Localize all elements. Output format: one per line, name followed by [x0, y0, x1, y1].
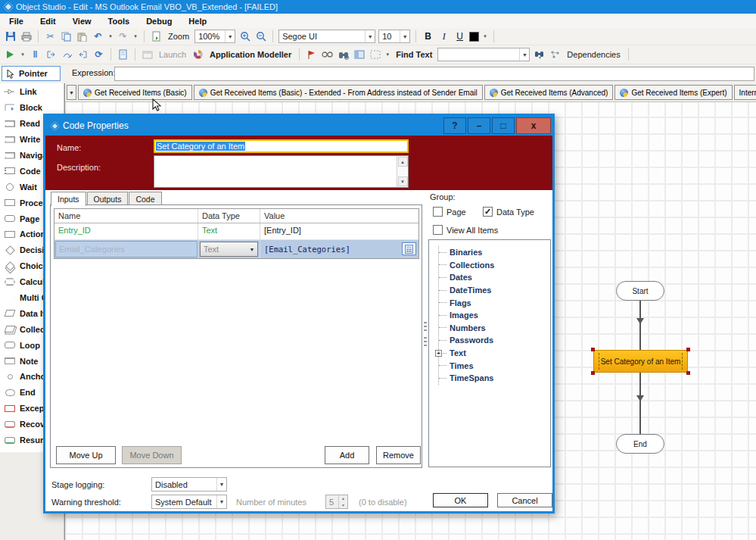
launch-label[interactable]: Launch: [157, 50, 188, 59]
launch-icon[interactable]: [141, 48, 154, 61]
selection-handle[interactable]: [686, 348, 690, 351]
font-color-swatch[interactable]: [469, 32, 479, 42]
tree-item-dates[interactable]: Dates: [439, 271, 550, 284]
reset-icon[interactable]: ⟳: [92, 48, 105, 61]
start-stage[interactable]: Start: [616, 281, 664, 301]
row-name-editbox[interactable]: Email_Categories: [55, 241, 198, 258]
tree-item-passwords[interactable]: Passwords: [439, 334, 550, 347]
scroll-up-icon[interactable]: ▲: [398, 157, 408, 167]
maximize-button[interactable]: □: [492, 117, 515, 134]
table-row[interactable]: Entry_ID Text [Entry_ID]: [54, 223, 418, 240]
description-scrollbar[interactable]: ▲ ▼: [397, 156, 408, 187]
save-icon[interactable]: [4, 30, 17, 43]
menu-help[interactable]: Help: [188, 17, 207, 26]
move-up-button[interactable]: Move Up: [56, 446, 116, 464]
copy-icon[interactable]: [60, 30, 73, 43]
checkbox-data-type[interactable]: ✓ Data Type: [483, 207, 534, 217]
minimize-button[interactable]: –: [468, 117, 490, 134]
menu-tools[interactable]: Tools: [108, 17, 130, 26]
print-icon[interactable]: [20, 30, 33, 43]
scroll-down-icon[interactable]: ▼: [398, 176, 408, 186]
italic-button[interactable]: I: [437, 30, 450, 43]
tab-internal-get-items[interactable]: Internal_Get Items: [734, 85, 756, 100]
edit-page-icon[interactable]: [117, 48, 129, 61]
spinner-up-icon[interactable]: ▲: [339, 495, 347, 502]
zoom-in-icon[interactable]: [238, 30, 251, 43]
font-size-select[interactable]: 10 ▼: [378, 30, 410, 43]
end-stage[interactable]: End: [616, 434, 664, 454]
warning-threshold-select[interactable]: System Default ▼: [151, 495, 227, 509]
expression-input[interactable]: [114, 67, 754, 81]
paste-icon[interactable]: [76, 30, 89, 43]
menu-file[interactable]: File: [9, 17, 23, 26]
remove-button[interactable]: Remove: [376, 446, 421, 464]
undo-icon[interactable]: ↶: [92, 30, 104, 43]
dependencies-icon[interactable]: [549, 48, 562, 61]
pause-icon[interactable]: ‖: [29, 48, 42, 61]
toolbox-item-link[interactable]: Link: [0, 84, 64, 100]
data-type-select[interactable]: Text ▼: [200, 242, 258, 257]
tree-item-timespans[interactable]: TimeSpans: [439, 372, 550, 385]
tree-item-times[interactable]: Times: [439, 359, 550, 372]
selection-handle[interactable]: [591, 371, 595, 375]
watch-glasses-icon[interactable]: [321, 48, 334, 61]
tab-code[interactable]: Code: [129, 192, 161, 205]
export-page-icon[interactable]: [150, 30, 163, 43]
search-binoculars-icon[interactable]: [337, 48, 350, 61]
splitter-handle[interactable]: [424, 337, 427, 346]
tab-get-received-advanced[interactable]: Get Received Items (Advanced): [484, 85, 614, 100]
selection-handle[interactable]: [686, 371, 690, 375]
tree-item-images[interactable]: Images: [439, 309, 550, 322]
menu-edit[interactable]: Edit: [40, 17, 56, 26]
add-button[interactable]: Add: [325, 446, 369, 464]
step-over-icon[interactable]: [61, 48, 73, 61]
tree-item-datetimes[interactable]: DateTimes: [439, 284, 550, 297]
find-next-icon[interactable]: [533, 48, 546, 61]
tree-item-collections[interactable]: Collections: [439, 259, 550, 272]
selection-handle[interactable]: [591, 348, 595, 351]
zoom-out-icon[interactable]: [254, 30, 267, 43]
spinner-down-icon[interactable]: ▼: [339, 502, 347, 509]
col-header-name[interactable]: Name: [54, 209, 198, 223]
font-color-dropdown-icon[interactable]: ▾: [482, 33, 488, 39]
pointer-tool-button[interactable]: Pointer: [2, 66, 61, 81]
cut-icon[interactable]: ✂: [44, 30, 57, 43]
tree-item-numbers[interactable]: Numbers: [439, 322, 550, 335]
panel-view-icon[interactable]: [353, 48, 366, 61]
checkbox-page[interactable]: Page: [433, 207, 466, 217]
tree-item-binaries[interactable]: Binaries: [439, 246, 550, 259]
menu-view[interactable]: View: [73, 17, 92, 26]
help-button[interactable]: ?: [443, 117, 466, 134]
tab-outputs[interactable]: Outputs: [87, 192, 129, 205]
step-in-icon[interactable]: [45, 48, 58, 61]
tree-expand-icon[interactable]: +: [435, 350, 442, 357]
application-modeller-label[interactable]: Application Modeller: [207, 50, 294, 59]
run-icon[interactable]: [4, 48, 17, 61]
code-stage-set-category[interactable]: Set Category of an Item: [593, 350, 688, 373]
name-input[interactable]: Set Category of an Item: [154, 139, 409, 153]
view-dropdown-icon[interactable]: ▾: [384, 52, 390, 58]
bold-button[interactable]: B: [422, 30, 434, 43]
checkbox-view-all-items[interactable]: View All Items: [433, 225, 498, 235]
tree-item-flags[interactable]: Flags: [439, 296, 550, 309]
zoom-select[interactable]: 100% ▼: [194, 30, 235, 43]
find-text-input[interactable]: ▼: [437, 48, 530, 61]
undo-dropdown-icon[interactable]: ▾: [107, 33, 114, 39]
ok-button[interactable]: OK: [433, 493, 488, 507]
dependencies-label[interactable]: Dependencies: [565, 50, 622, 59]
menu-debug[interactable]: Debug: [146, 17, 172, 26]
font-family-select[interactable]: Segoe UI ▼: [278, 30, 375, 43]
tab-get-received-basic[interactable]: Get Received Items (Basic): [78, 85, 192, 100]
stage-logging-select[interactable]: Disabled ▼: [151, 477, 227, 492]
step-out-icon[interactable]: [76, 48, 89, 61]
col-header-data-type[interactable]: Data Type: [198, 209, 260, 223]
tab-get-received-expert[interactable]: Get Received Items (Expert): [614, 85, 732, 100]
description-textarea[interactable]: ▲ ▼: [154, 155, 409, 188]
expression-builder-button[interactable]: [402, 242, 416, 255]
selection-view-icon[interactable]: [369, 48, 381, 61]
cancel-button[interactable]: Cancel: [497, 493, 552, 507]
tree-item-text[interactable]: +Text: [439, 347, 550, 360]
run-dropdown-icon[interactable]: ▾: [20, 52, 26, 58]
redo-icon[interactable]: ↷: [117, 30, 129, 43]
application-modeller-icon[interactable]: [191, 48, 204, 61]
